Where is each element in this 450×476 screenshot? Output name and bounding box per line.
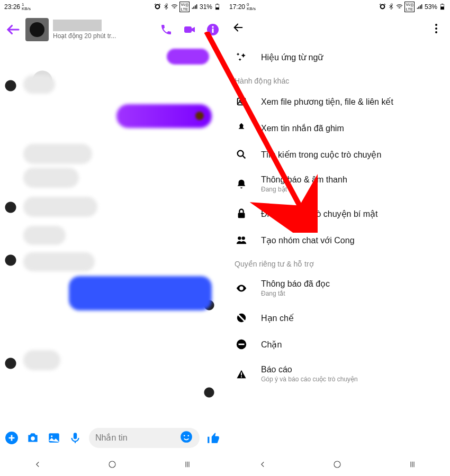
- message-bubble-received[interactable]: [23, 197, 97, 217]
- nav-home[interactable]: [332, 459, 343, 470]
- svg-rect-18: [442, 4, 443, 4]
- row-search-conversation[interactable]: Tìm kiếm trong cuộc trò chuyện: [228, 141, 447, 168]
- svg-point-10: [51, 435, 52, 437]
- row-label: Thông báo đã đọc: [261, 279, 442, 289]
- input-placeholder: Nhắn tin: [95, 433, 128, 443]
- message-input[interactable]: Nhắn tin: [89, 428, 200, 448]
- message-bubble-sent[interactable]: [167, 49, 209, 65]
- row-label: Xem file phương tiện, file & liên kết: [261, 97, 442, 107]
- svg-rect-2: [217, 4, 218, 4]
- emoji-button[interactable]: [179, 430, 193, 446]
- svg-rect-3: [184, 26, 192, 33]
- svg-point-21: [238, 151, 244, 157]
- group-icon: [233, 234, 249, 246]
- svg-point-23: [238, 236, 241, 240]
- chat-activity: Hoạt động 20 phút tr...: [53, 32, 155, 40]
- system-nav-bar: [0, 452, 225, 476]
- alarm-icon: [379, 3, 386, 10]
- row-word-effects[interactable]: Hiệu ứng từ ngữ: [228, 44, 447, 70]
- svg-point-8: [31, 436, 35, 441]
- row-label: Báo cáo: [261, 365, 442, 374]
- pin-icon: [233, 122, 249, 134]
- status-bar-left: 23:26 1KB/s Vo))LTE 31%: [0, 0, 225, 13]
- row-label: Tìm kiếm trong cuộc trò chuyện: [261, 150, 442, 160]
- eye-icon: [233, 282, 249, 294]
- row-label: Hiệu ứng từ ngữ: [261, 52, 442, 62]
- nav-home[interactable]: [107, 459, 118, 470]
- message-bubble-received[interactable]: [23, 226, 66, 245]
- chat-avatar[interactable]: [25, 18, 49, 41]
- system-nav-bar: [225, 452, 450, 476]
- battery-icon: [214, 3, 221, 10]
- row-report[interactable]: Báo cáoGóp ý và báo cáo cuộc trò chuyện: [228, 358, 447, 390]
- bell-icon: [233, 178, 249, 190]
- info-button[interactable]: [206, 23, 220, 36]
- row-label: Xem tin nhắn đã ghim: [261, 123, 442, 133]
- like-button[interactable]: [206, 431, 221, 445]
- nav-back[interactable]: [32, 459, 43, 470]
- row-sublabel: Góp ý và báo cáo cuộc trò chuyện: [261, 376, 442, 383]
- nav-back[interactable]: [257, 459, 268, 470]
- row-secret-conversation[interactable]: Đi đến Cuộc trò chuyện bí mật: [228, 200, 447, 227]
- video-call-button[interactable]: [183, 23, 196, 36]
- battery-icon: [439, 3, 446, 10]
- message-bubble-received[interactable]: [23, 144, 92, 164]
- status-time: 23:26: [4, 3, 20, 11]
- row-label: Chặn: [261, 340, 442, 350]
- svg-rect-17: [440, 7, 444, 10]
- audio-call-button[interactable]: [159, 23, 173, 36]
- back-button[interactable]: [5, 22, 21, 38]
- lock-icon: [233, 208, 249, 219]
- svg-rect-6: [212, 29, 214, 33]
- gallery-button[interactable]: [47, 431, 61, 445]
- status-bar-right: 17:20 0KB/s Vo))LTE 53%: [225, 0, 450, 13]
- svg-point-13: [184, 435, 185, 436]
- chat-messages-area[interactable]: [0, 46, 225, 423]
- more-menu-button[interactable]: [430, 24, 443, 33]
- chat-pane: 23:26 1KB/s Vo))LTE 31% Hoạt động 20 phú…: [0, 0, 225, 476]
- back-button[interactable]: [232, 22, 244, 35]
- settings-pane: 17:20 0KB/s Vo))LTE 53% Hiệu ứng từ ngữ …: [225, 0, 450, 476]
- svg-point-12: [181, 431, 192, 443]
- search-icon: [233, 149, 249, 160]
- row-label: Tạo nhóm chat với Cong: [261, 235, 442, 245]
- svg-point-5: [212, 26, 214, 28]
- camera-button[interactable]: [25, 431, 40, 445]
- row-notifications-sounds[interactable]: Thông báo & âm thanhĐang bật: [228, 168, 447, 200]
- volte-icon: Vo))LTE: [179, 2, 190, 12]
- nav-recents[interactable]: [182, 459, 193, 470]
- wifi-icon: [171, 3, 178, 10]
- row-restrict[interactable]: Hạn chế: [228, 305, 447, 331]
- message-bubble-received[interactable]: [23, 75, 55, 94]
- mic-button[interactable]: [68, 431, 83, 445]
- block-icon: [233, 338, 249, 350]
- message-bubble-received[interactable]: [23, 350, 60, 370]
- svg-rect-1: [215, 7, 219, 10]
- battery-percent: 31%: [200, 3, 212, 11]
- wifi-icon: [396, 3, 403, 10]
- svg-point-14: [187, 435, 189, 436]
- chat-header: Hoạt động 20 phút tr...: [0, 13, 225, 46]
- row-create-group[interactable]: Tạo nhóm chat với Cong: [228, 227, 447, 253]
- message-bubble-sent[interactable]: [69, 276, 212, 310]
- signal-icon: [416, 3, 423, 10]
- message-bubble-received[interactable]: [23, 168, 79, 188]
- row-pinned-messages[interactable]: Xem tin nhắn đã ghim: [228, 115, 447, 141]
- svg-point-15: [109, 461, 115, 468]
- row-media-files[interactable]: Xem file phương tiện, file & liên kết: [228, 88, 447, 115]
- media-icon: [233, 96, 249, 107]
- row-read-receipts[interactable]: Thông báo đã đọcĐang tắt: [228, 271, 447, 305]
- warning-icon: [233, 368, 249, 380]
- sparkle-icon: [233, 51, 249, 63]
- row-block[interactable]: Chặn: [228, 331, 447, 358]
- row-sublabel: Đang tắt: [261, 290, 442, 297]
- more-actions-button[interactable]: [4, 431, 19, 445]
- row-label: Thông báo & âm thanh: [261, 175, 442, 185]
- row-label: Hạn chế: [261, 313, 442, 323]
- message-bubble-received[interactable]: [23, 252, 95, 271]
- volte-icon: Vo))LTE: [404, 2, 415, 12]
- svg-rect-11: [74, 433, 77, 439]
- nav-recents[interactable]: [407, 459, 418, 470]
- svg-rect-19: [238, 98, 246, 105]
- bluetooth-icon: [388, 3, 394, 10]
